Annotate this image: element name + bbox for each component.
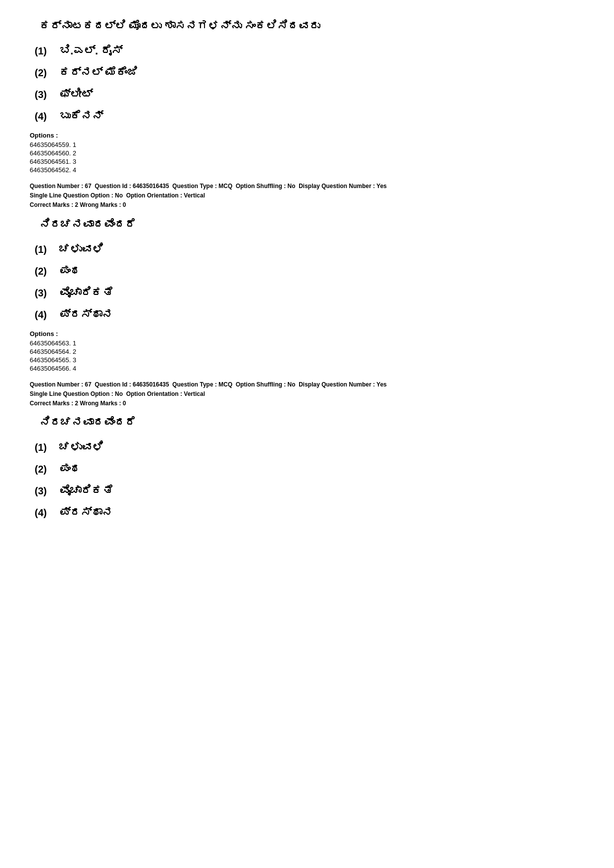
list-item: (4) ಪ್ರಸ್ಥಾನ [30, 506, 584, 519]
option-text-1: ಚಳುವಳಿ [59, 441, 104, 454]
option-code-2-4: 64635064566. 4 [30, 365, 584, 372]
option-text-2: ಪಂಥ [59, 265, 81, 278]
option-text-3: ವೈಚಾರಿಕತೆ [59, 484, 113, 497]
option-text-4: ಬುಕೆನನ್ [59, 110, 103, 123]
option-num-2: (2) [35, 464, 59, 475]
section2-meta-text: Question Number : 67 Question Id : 64635… [30, 380, 584, 399]
section3-title: ನಿರಚನವಾದವೆಂದರೆ [30, 416, 584, 429]
option-code-1-1: 64635064559. 1 [30, 141, 584, 148]
option-text-2: ಕರ್ನಲ್ ಮೆಕೆಂಜಿ [59, 66, 138, 79]
list-item: (4) ಪ್ರಸ್ಥಾನ [30, 308, 584, 321]
list-item: (2) ಕರ್ನಲ್ ಮೆಕೆಂಜಿ [30, 66, 584, 79]
option-num-1: (1) [35, 244, 59, 255]
options-label-2: Options : [30, 330, 584, 338]
option-num-2: (2) [35, 266, 59, 277]
option-code-2-3: 64635064565. 3 [30, 356, 584, 364]
section2-options-block: Options : 64635064563. 1 64635064564. 2 … [30, 330, 584, 372]
section3: ನಿರಚನವಾದವೆಂದರೆ (1) ಚಳುವಳಿ (2) ಪಂಥ (3) ವೈ… [30, 416, 584, 519]
option-text-1: ಚಳುವಳಿ [59, 243, 104, 256]
section1-marks: Correct Marks : 2 Wrong Marks : 0 [30, 200, 584, 210]
section1-options-block: Options : 64635064559. 1 64635064560. 2 … [30, 132, 584, 174]
section1-meta: Question Number : 67 Question Id : 64635… [30, 182, 584, 210]
list-item: (2) ಪಂಥ [30, 265, 584, 278]
option-num-4: (4) [35, 309, 59, 321]
option-text-4: ಪ್ರಸ್ಥಾನ [59, 506, 113, 519]
section1: ಕರ್ನಾಟಕದಲ್ಲಿ ಮೊದಲು ಶಾಸನಗಳನ್ನು ಸಂಕಲಿಸಿದವರ… [30, 20, 584, 210]
option-code-2-1: 64635064563. 1 [30, 339, 584, 347]
option-text-1: ಬಿ.ಎಲ್. ರೈಸ್ [59, 45, 122, 57]
section2-title: ನಿರಚನವಾದವೆಂದರೆ [30, 218, 584, 231]
option-text-2: ಪಂಥ [59, 463, 81, 476]
option-num-3: (3) [35, 485, 59, 497]
list-item: (4) ಬುಕೆನನ್ [30, 110, 584, 123]
list-item: (3) ವೈಚಾರಿಕತೆ [30, 484, 584, 497]
option-num-1: (1) [35, 442, 59, 453]
option-code-1-2: 64635064560. 2 [30, 149, 584, 157]
list-item: (3) ವೈಚಾರಿಕತೆ [30, 287, 584, 299]
section2: ನಿರಚನವಾದವೆಂದರೆ (1) ಚಳುವಳಿ (2) ಪಂಥ (3) ವೈ… [30, 218, 584, 409]
option-num-2: (2) [35, 67, 59, 79]
option-code-1-4: 64635064562. 4 [30, 166, 584, 174]
option-num-1: (1) [35, 46, 59, 57]
options-label-1: Options : [30, 132, 584, 139]
section2-marks: Correct Marks : 2 Wrong Marks : 0 [30, 399, 584, 408]
option-num-4: (4) [35, 111, 59, 122]
option-num-4: (4) [35, 507, 59, 519]
list-item: (1) ಬಿ.ಎಲ್. ರೈಸ್ [30, 45, 584, 57]
option-code-2-2: 64635064564. 2 [30, 348, 584, 355]
section1-title: ಕರ್ನಾಟಕದಲ್ಲಿ ಮೊದಲು ಶಾಸನಗಳನ್ನು ಸಂಕಲಿಸಿದವರ… [30, 20, 584, 33]
list-item: (3) ಫ್ಲೀಟ್ [30, 88, 584, 101]
list-item: (1) ಚಳುವಳಿ [30, 441, 584, 454]
option-text-3: ವೈಚಾರಿಕತೆ [59, 287, 113, 299]
option-code-1-3: 64635064561. 3 [30, 158, 584, 165]
option-text-3: ಫ್ಲೀಟ್ [59, 88, 93, 101]
option-num-3: (3) [35, 288, 59, 299]
list-item: (2) ಪಂಥ [30, 463, 584, 476]
option-num-3: (3) [35, 89, 59, 100]
section1-meta-text: Question Number : 67 Question Id : 64635… [30, 182, 584, 200]
section2-meta: Question Number : 67 Question Id : 64635… [30, 380, 584, 409]
option-text-4: ಪ್ರಸ್ಥಾನ [59, 308, 113, 321]
list-item: (1) ಚಳುವಳಿ [30, 243, 584, 256]
